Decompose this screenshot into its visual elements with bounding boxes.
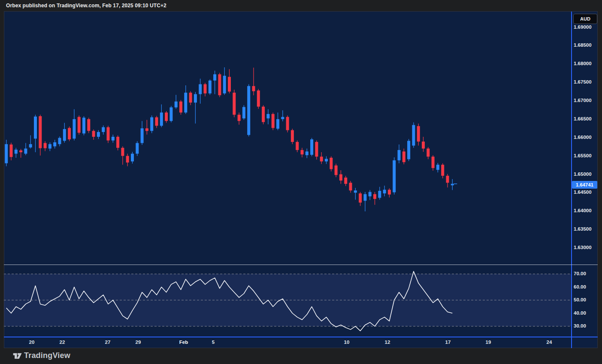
candle-body-up — [383, 190, 386, 194]
candle-body-up — [24, 148, 27, 153]
candle-body-up — [393, 160, 396, 193]
price-axis-label: 1.66000 — [574, 135, 592, 140]
candle-body-down — [19, 150, 22, 152]
time-axis-label: 29 — [136, 340, 141, 345]
candle-body-down — [272, 114, 275, 128]
candle-body-down — [121, 148, 124, 156]
candle-body-down — [257, 90, 260, 107]
candle-body-up — [29, 144, 32, 147]
candle-body-up — [266, 114, 269, 118]
rsi-axis-label: 70.00 — [574, 271, 586, 276]
candle-body-up — [398, 150, 401, 160]
candle-body-down — [432, 156, 435, 168]
tradingview-brand-text[interactable]: TradingView — [24, 351, 70, 360]
candle-body-up — [63, 129, 66, 141]
price-axis-label: 1.68000 — [574, 61, 592, 66]
candle-body-down — [155, 117, 158, 126]
candle-body-down — [238, 115, 241, 121]
time-axis-label: 27 — [105, 340, 111, 345]
candle-body-up — [363, 194, 366, 201]
candle-body-up — [184, 93, 187, 112]
candle-body-up — [131, 153, 134, 161]
candle-body-down — [107, 127, 110, 141]
candle-body-up — [169, 107, 172, 121]
candle-body-down — [233, 93, 236, 114]
candle-body-down — [441, 165, 444, 176]
price-axis-label: 1.66500 — [574, 116, 592, 121]
quote-currency-badge[interactable]: AUD — [573, 14, 597, 24]
candle-body-down — [446, 176, 449, 183]
time-axis[interactable]: 20222729Feb51012171924 — [4, 337, 571, 348]
time-axis-label: 19 — [486, 340, 491, 345]
candle-body-down — [78, 117, 81, 133]
candle-body-up — [306, 151, 309, 155]
candle-body-down — [373, 194, 376, 199]
candle-body-down — [402, 151, 405, 162]
time-axis-label: 5 — [212, 340, 215, 345]
price-axis-label: 1.68500 — [574, 42, 592, 48]
footer-bar: TradingView — [0, 348, 602, 364]
candle-body-up — [223, 76, 226, 93]
candle-body-up — [247, 86, 250, 135]
candle-body-up — [276, 119, 279, 129]
candle-body-down — [301, 150, 304, 154]
candle-body-up — [175, 102, 178, 108]
candle-body-down — [359, 193, 362, 202]
candle-body-down — [218, 74, 221, 95]
candle-body-up — [5, 144, 8, 163]
price-axis-label: 1.63500 — [574, 226, 592, 232]
price-axis-label: 1.69000 — [574, 24, 592, 30]
candle-body-down — [286, 117, 289, 130]
candle-body-up — [369, 192, 372, 196]
candle-body-down — [315, 142, 318, 156]
candle-body-up — [102, 127, 105, 132]
rsi-axis-label: 40.00 — [574, 310, 586, 316]
price-axis-label: 1.67500 — [574, 79, 592, 84]
time-axis-label: 22 — [60, 340, 65, 345]
candle-body-up — [407, 141, 410, 159]
candle-body-up — [150, 117, 153, 131]
candle-body-up — [53, 142, 56, 146]
candle-body-down — [344, 177, 347, 184]
candle-body-up — [15, 150, 18, 153]
candle-body-down — [417, 126, 420, 141]
candle-body-up — [281, 117, 284, 119]
time-axis-label: 12 — [385, 340, 390, 345]
candle-body-down — [165, 112, 168, 121]
candle-body-down — [10, 144, 13, 157]
time-axis-label: Feb — [179, 340, 188, 345]
time-axis-label: 10 — [344, 340, 350, 345]
candle-body-down — [116, 137, 119, 148]
candle-body-up — [97, 132, 100, 137]
candle-body-down — [320, 156, 323, 161]
candle-body-up — [412, 125, 415, 146]
candle-body-down — [39, 116, 42, 148]
price-axis-label: 1.65500 — [574, 153, 592, 158]
rsi-axis-label: 30.00 — [574, 323, 586, 328]
price-axis-label: 1.63000 — [574, 245, 592, 250]
candle-body-up — [199, 84, 202, 94]
candle-body-up — [58, 138, 61, 144]
attribution-header: Orbex published on TradingView.com, Feb … — [6, 3, 166, 9]
candle-body-down — [330, 158, 333, 169]
candle-body-up — [136, 143, 139, 154]
rsi-axis-label: 50.00 — [574, 297, 586, 302]
price-axis-label: 1.64500 — [574, 190, 592, 195]
last-price-label: 1.64741 — [572, 181, 597, 189]
candle-body-down — [204, 84, 207, 93]
candlestick-and-rsi-plot[interactable] — [4, 12, 571, 337]
candle-body-up — [141, 128, 144, 143]
candle-body-down — [145, 128, 148, 131]
price-axis[interactable]: 1.690001.685001.680001.675001.670001.665… — [572, 12, 598, 348]
candle-body-up — [325, 159, 328, 161]
candle-body-down — [296, 142, 299, 150]
candle-body-down — [179, 102, 182, 113]
tradingview-logo-icon[interactable] — [13, 352, 22, 361]
candle-body-down — [68, 128, 71, 139]
candle-body-up — [436, 165, 439, 170]
pane-separator[interactable] — [4, 265, 598, 265]
candle-body-down — [388, 190, 391, 195]
candle-body-down — [349, 183, 352, 190]
candle-body-down — [228, 77, 231, 91]
candle-body-down — [339, 174, 342, 181]
